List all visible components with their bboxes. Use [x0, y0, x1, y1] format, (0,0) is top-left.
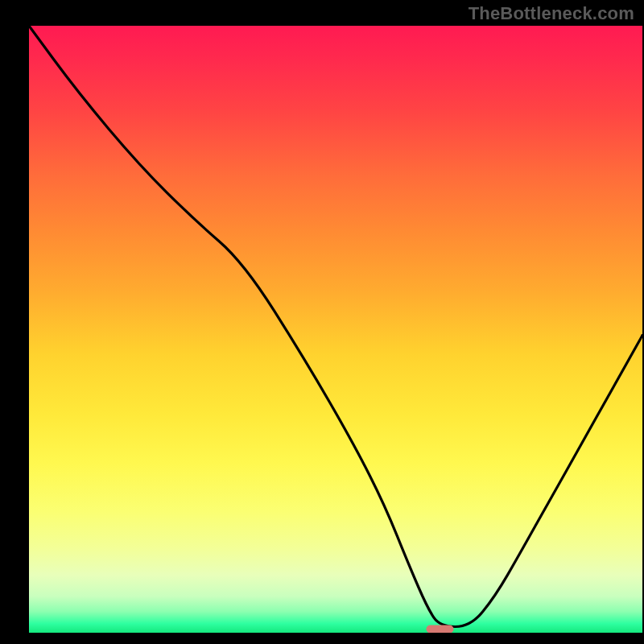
gradient-background [29, 26, 642, 633]
optimal-marker [427, 625, 454, 634]
plot-area [29, 26, 642, 633]
bottleneck-chart [29, 26, 642, 633]
watermark-text: TheBottleneck.com [469, 3, 634, 24]
chart-frame: TheBottleneck.com [0, 0, 644, 644]
